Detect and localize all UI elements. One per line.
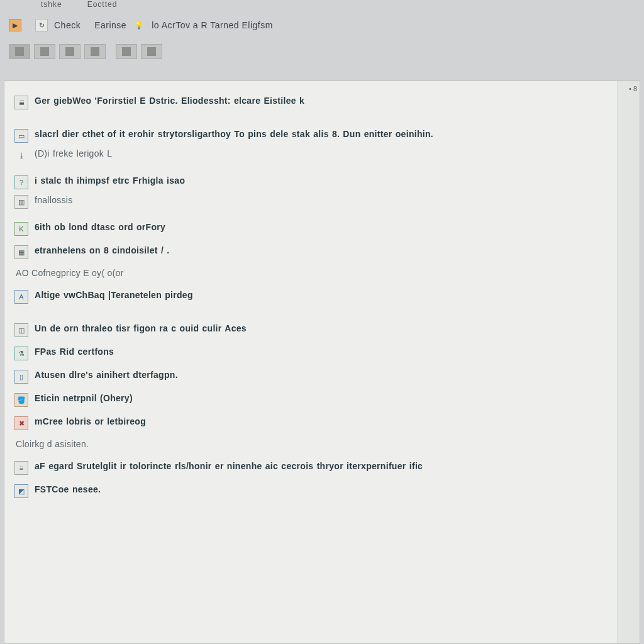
outline-item-8[interactable]: ⚗ FPas Rid certfons xyxy=(14,346,605,360)
page-icon: ▭ xyxy=(14,129,28,143)
outline-item-label: Eticin netrpnil (Ohery) xyxy=(35,392,605,404)
tab-4[interactable] xyxy=(84,44,106,59)
outline-item-12[interactable]: ≡ aF egard Srutelglit ir tolorincte rls/… xyxy=(14,460,605,475)
refresh-icon[interactable]: ↻ xyxy=(35,19,48,31)
outline-item-2[interactable]: ▭ slacrl dier cthet of it erohir strytor… xyxy=(14,128,605,143)
outline-item-5-sub: AO Cofnegpricy E oy( o(or xyxy=(14,268,605,278)
lightbulb-icon[interactable]: 💡 xyxy=(133,19,145,31)
macro-run-icon[interactable]: ▶ xyxy=(9,19,21,31)
toolbar: ▶ ↻ Check Earinse 💡 lo AcrTov a R Tarned… xyxy=(0,13,644,38)
outline-item-4[interactable]: K 6ith ob lond dtasc ord orFory xyxy=(14,221,605,236)
grid-icon: ▦ xyxy=(14,245,28,259)
tab-2[interactable] xyxy=(34,44,55,59)
outline-item-label: Altige vwChBaq |Teranetelen pirdeg xyxy=(35,289,605,301)
chart-icon: ▥ xyxy=(14,195,28,209)
workspace: ≣ Ger giebWeo 'Forirstiel E Dstric. Elio… xyxy=(4,80,640,644)
tag-icon: ◩ xyxy=(14,484,28,498)
outline-item-1[interactable]: ≣ Ger giebWeo 'Forirstiel E Dstric. Elio… xyxy=(14,95,605,109)
outline-item-label: 6ith ob lond dtasc ord orFory xyxy=(35,221,605,233)
outline-item-11[interactable]: ✖ mCree lobris or letbireog xyxy=(14,416,605,430)
outline-item-2-sub[interactable]: ⭳ (D)i freke lerigok L xyxy=(14,148,605,162)
outline-item-label: FSTCoe nesee. xyxy=(35,484,605,495)
menu-item-2[interactable]: Eoctted xyxy=(87,0,118,9)
tab-5[interactable] xyxy=(116,44,137,59)
outline-item-label: slacrl dier cthet of it erohir strytorsl… xyxy=(35,128,605,140)
window-icon: ◫ xyxy=(14,323,28,337)
toolbar-label-rest: lo AcrTov a R Tarned Eligfsm xyxy=(152,20,273,30)
toolbar-label-earise[interactable]: Earinse xyxy=(94,20,126,30)
leaf-icon: K xyxy=(14,222,28,236)
cross-icon: ✖ xyxy=(14,416,28,430)
outline-item-label: FPas Rid certfons xyxy=(35,346,605,357)
menu-item-1[interactable]: tshke xyxy=(41,0,62,9)
outline-item-label: aF egard Srutelglit ir tolorincte rls/ho… xyxy=(35,460,605,472)
note-icon: ▯ xyxy=(14,370,28,384)
outline-item-label: Ger giebWeo 'Forirstiel E Dstric. Eliode… xyxy=(35,95,605,106)
bucket-icon: 🪣 xyxy=(14,393,28,407)
menubar: tshke Eoctted xyxy=(0,0,644,13)
tab-6[interactable] xyxy=(141,44,162,59)
anchor-icon: A xyxy=(14,290,28,304)
outline-item-7[interactable]: ◫ Un de orn thraleo tisr figon ra c ouid… xyxy=(14,323,605,337)
outline-item-6[interactable]: A Altige vwChBaq |Teranetelen pirdeg xyxy=(14,289,605,304)
document-icon: ≣ xyxy=(14,96,28,109)
outline-item-3[interactable]: ? i stalc th ihimpsf etrc Frhigla isao xyxy=(14,175,605,189)
outline-item-3-sub[interactable]: ▥ fnallossis xyxy=(14,194,605,209)
document-tabstrip xyxy=(0,38,644,63)
outline-item-label: mCree lobris or letbireog xyxy=(35,416,605,427)
outline-item-9[interactable]: ▯ Atusen dlre's ainihert dterfagpn. xyxy=(14,369,605,384)
stack-icon: ≡ xyxy=(14,461,28,475)
outline-subitem-label: (D)i freke lerigok L xyxy=(35,148,605,159)
tab-3[interactable] xyxy=(59,44,80,59)
flask-icon: ⚗ xyxy=(14,347,28,360)
outline-item-label: Un de orn thraleo tisr figon ra c ouid c… xyxy=(35,323,605,334)
outline-item-label: etranhelens on 8 cindoisilet / . xyxy=(35,245,605,256)
outline-item-13[interactable]: ◩ FSTCoe nesee. xyxy=(14,484,605,498)
download-icon: ⭳ xyxy=(14,148,28,162)
tab-1[interactable] xyxy=(9,44,30,59)
toolbar-label-check[interactable]: Check xyxy=(54,20,80,30)
outline-item-label: i stalc th ihimpsf etrc Frhigla isao xyxy=(35,175,605,186)
side-panel-marker: • 8 xyxy=(629,85,637,92)
outline-item-5[interactable]: ▦ etranhelens on 8 cindoisilet / . xyxy=(14,245,605,259)
outline-item-10[interactable]: 🪣 Eticin netrpnil (Ohery) xyxy=(14,392,605,407)
outline-item-11-sub: Cloirkg d asisiten. xyxy=(14,439,605,449)
editor-pane: ≣ Ger giebWeo 'Forirstiel E Dstric. Elio… xyxy=(4,80,618,644)
question-icon: ? xyxy=(14,175,28,189)
outline-subitem-label: fnallossis xyxy=(35,194,605,206)
side-panel: • 8 xyxy=(618,80,640,644)
outline-item-label: Atusen dlre's ainihert dterfagpn. xyxy=(35,369,605,380)
